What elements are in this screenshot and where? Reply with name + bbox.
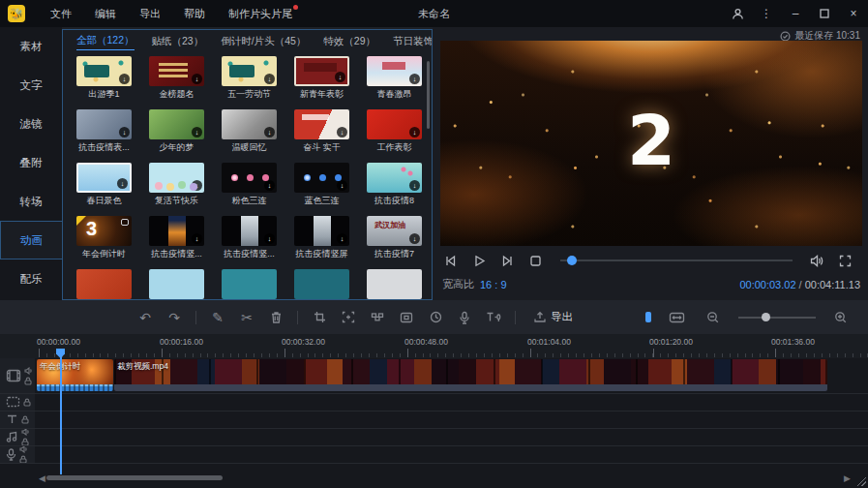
timeline-scrollbar[interactable] <box>46 475 223 480</box>
library-scrollbar[interactable] <box>427 61 430 129</box>
template-card[interactable]: ↓抗击疫情竖... <box>222 216 277 259</box>
timeline-zoom-slider[interactable] <box>738 317 816 319</box>
tab-countdown-intro[interactable]: 倒计时/片头（45） <box>221 35 306 48</box>
account-icon[interactable] <box>723 0 752 27</box>
template-card[interactable]: ↓蓝色三连 <box>294 163 349 205</box>
download-icon[interactable]: ↓ <box>119 74 130 84</box>
template-thumbnail[interactable]: ↓ <box>294 216 349 246</box>
template-card[interactable]: ↓抗击疫情竖屏 <box>294 216 349 259</box>
template-thumbnail[interactable]: ↓ <box>222 163 277 193</box>
text-to-speech-button[interactable] <box>482 306 505 329</box>
template-card[interactable]: ↓抗击疫情7 <box>367 216 422 259</box>
template-thumbnail[interactable]: ↓ <box>222 109 277 139</box>
mute-track-icon[interactable] <box>24 367 33 375</box>
download-icon[interactable]: ↓ <box>409 127 420 137</box>
template-thumbnail[interactable] <box>76 269 132 299</box>
sidebar-item-overlays[interactable]: 叠附 <box>0 143 62 182</box>
template-card[interactable]: ↓青春激昂 <box>367 56 422 99</box>
template-thumbnail[interactable]: ↓ <box>294 163 349 193</box>
template-card[interactable]: ↓出游季1 <box>76 56 132 99</box>
template-thumbnail[interactable]: ↓ <box>76 109 132 139</box>
split-button[interactable]: ✂ <box>235 306 258 329</box>
sidebar-item-music[interactable]: 配乐 <box>0 259 62 298</box>
edit-button[interactable]: ✎ <box>206 306 229 329</box>
scroll-right-icon[interactable]: ▶ <box>844 473 851 483</box>
template-card[interactable] <box>76 269 132 299</box>
download-icon[interactable]: ↓ <box>192 74 202 84</box>
template-card[interactable]: ↓抗击疫情竖... <box>149 216 204 259</box>
template-card[interactable]: ↓抗击疫情表... <box>76 109 132 152</box>
lock-track-icon[interactable] <box>24 377 32 385</box>
download-icon[interactable]: ↓ <box>337 180 347 191</box>
template-thumbnail[interactable]: ↓ <box>149 163 204 193</box>
template-card[interactable]: ↓工作表彰 <box>367 109 422 152</box>
fullscreen-icon[interactable] <box>834 252 855 269</box>
template-card[interactable]: 3年会倒计时 <box>76 216 132 259</box>
template-thumbnail[interactable]: ↓ <box>149 216 204 246</box>
maximize-button[interactable] <box>810 0 839 27</box>
template-card[interactable]: ↓新青年表彰 <box>294 56 349 99</box>
template-thumbnail[interactable]: ↓ <box>222 216 277 246</box>
sidebar-item-text[interactable]: 文字 <box>0 66 62 105</box>
template-thumbnail[interactable]: ↓ <box>294 109 349 139</box>
zoom-region-button[interactable] <box>337 306 360 329</box>
menu-edit[interactable]: 编辑 <box>83 0 128 27</box>
template-thumbnail[interactable]: ↓ <box>149 56 204 86</box>
zoom-in-button[interactable] <box>829 306 853 329</box>
play-button[interactable] <box>468 252 490 269</box>
template-thumbnail[interactable]: ↓ <box>367 109 422 139</box>
download-icon[interactable]: ↓ <box>264 233 275 244</box>
download-icon[interactable]: ↓ <box>264 74 275 84</box>
template-thumbnail[interactable] <box>222 269 277 299</box>
template-thumbnail[interactable]: ↓ <box>294 56 349 86</box>
download-icon[interactable]: ↓ <box>337 233 347 244</box>
download-icon[interactable]: ↓ <box>264 180 275 191</box>
app-logo-icon[interactable]: 🐝 <box>8 5 25 22</box>
download-icon[interactable]: ↓ <box>335 72 345 82</box>
template-card[interactable]: ↓金榜题名 <box>149 56 204 99</box>
minimize-button[interactable]: – <box>781 0 810 27</box>
download-icon[interactable]: ↓ <box>117 178 128 189</box>
download-icon[interactable]: ↓ <box>409 180 420 191</box>
menu-intro-outro[interactable]: 制作片头片尾 <box>217 0 304 27</box>
tab-all[interactable]: 全部（122） <box>76 34 135 50</box>
sidebar-item-transitions[interactable]: 转场 <box>0 182 62 221</box>
template-card[interactable]: ↓春日景色 <box>76 163 132 205</box>
next-frame-button[interactable] <box>496 252 518 269</box>
template-card[interactable]: ↓奋斗 实干 <box>294 109 349 152</box>
template-thumbnail[interactable]: ↓ <box>149 109 204 139</box>
playhead-line[interactable] <box>60 351 62 474</box>
template-card[interactable]: ↓少年的梦 <box>149 109 204 152</box>
close-button[interactable]: × <box>839 0 868 27</box>
crop-button[interactable] <box>308 306 331 329</box>
voiceover-button[interactable] <box>453 306 476 329</box>
timeline-clip-countdown[interactable]: 年会倒计时 <box>37 359 113 391</box>
download-icon[interactable]: ↓ <box>192 233 202 244</box>
redo-button[interactable]: ↷ <box>163 306 186 329</box>
lock-track-icon[interactable] <box>23 398 31 407</box>
menu-help[interactable]: 帮助 <box>172 0 217 27</box>
resize-handle[interactable] <box>857 477 866 486</box>
template-card[interactable] <box>367 269 422 299</box>
more-menu-icon[interactable]: ⋮ <box>752 0 781 27</box>
fit-timeline-button[interactable] <box>665 306 688 329</box>
stop-button[interactable] <box>524 252 546 269</box>
template-thumbnail[interactable]: ↓ <box>76 163 132 193</box>
video-preview[interactable]: 2 <box>440 41 862 246</box>
menu-export[interactable]: 导出 <box>128 0 172 27</box>
download-icon[interactable]: ↓ <box>409 233 420 244</box>
template-thumbnail[interactable] <box>294 269 349 299</box>
template-card[interactable] <box>222 269 277 299</box>
tab-stickers[interactable]: 贴纸（23） <box>152 35 204 48</box>
menu-file[interactable]: 文件 <box>39 0 83 27</box>
template-thumbnail[interactable]: ↓ <box>76 56 132 86</box>
aspect-ratio-value[interactable]: 16 : 9 <box>480 279 507 290</box>
template-thumbnail[interactable]: ↓ <box>367 163 422 193</box>
template-card[interactable]: ↓五一劳动节 <box>222 56 277 99</box>
template-card[interactable]: ↓复活节快乐 <box>149 163 204 205</box>
sidebar-item-filters[interactable]: 滤镜 <box>0 105 62 143</box>
download-icon[interactable]: ↓ <box>264 127 275 137</box>
template-card[interactable]: ↓粉色三连 <box>222 163 277 205</box>
template-thumbnail[interactable]: ↓ <box>367 216 422 246</box>
template-card[interactable]: ↓温暖回忆 <box>222 109 277 152</box>
